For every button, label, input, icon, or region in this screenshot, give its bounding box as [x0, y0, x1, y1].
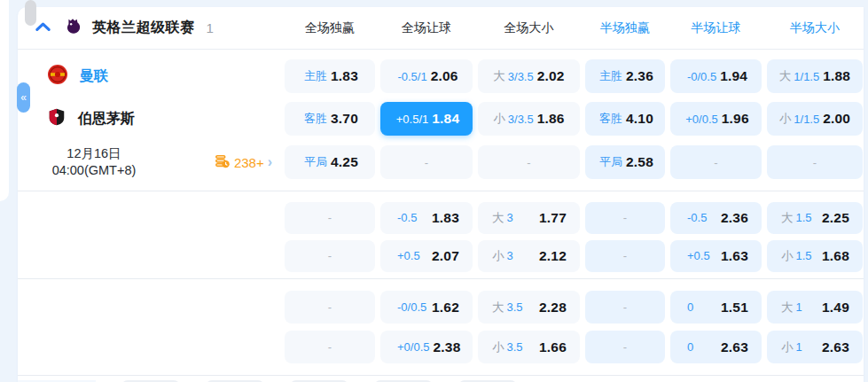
odds-prefix: 大 — [781, 300, 794, 316]
more-markets-count: 238+ — [234, 155, 264, 170]
odds-cell-selected[interactable]: +0.5/11.84 — [380, 102, 473, 136]
odds-label: +0/0.5 — [685, 113, 718, 126]
odds-cell[interactable]: 小12.63 — [767, 331, 863, 363]
odds-label: 客胜 — [599, 111, 622, 127]
odds-cell-empty: - — [585, 331, 665, 363]
odds-label: 1/1.5 — [794, 113, 819, 126]
alt-lines-section-1: - -0.51.83 大31.77 - -0.52.36 大1.52.25 - … — [18, 191, 864, 275]
league-match-count: 1 — [207, 20, 214, 35]
odds-cell[interactable]: +0.52.07 — [380, 240, 473, 272]
chevron-up-icon — [35, 21, 51, 35]
odds-cell[interactable]: -0.52.36 — [670, 202, 762, 234]
odds-cell[interactable]: 01.51 — [670, 291, 762, 324]
odds-cell[interactable]: +0/0.51.96 — [670, 102, 762, 136]
sidebar-collapse-tab[interactable]: « — [17, 82, 30, 113]
odds-value: 2.36 — [626, 68, 653, 84]
odds-cell[interactable]: +0.51.63 — [670, 240, 762, 272]
odds-cell[interactable]: 大11.49 — [767, 291, 863, 324]
odds-value: 1.94 — [720, 68, 747, 84]
odds-value: 1.83 — [331, 68, 358, 84]
odds-label: 客胜 — [304, 111, 327, 127]
match-date: 12月16日 — [27, 145, 161, 162]
odds-cell[interactable]: 02.63 — [670, 331, 762, 363]
odds-cell[interactable]: +0/0.52.38 — [380, 331, 473, 363]
odds-label: 主胜 — [304, 68, 327, 84]
odds-value: 2.58 — [626, 154, 653, 170]
away-team[interactable]: 伯恩茅斯 — [18, 106, 279, 131]
odds-value: 2.02 — [537, 68, 565, 84]
odds-value: 1.88 — [823, 68, 850, 84]
odds-label: 平局 — [304, 154, 327, 170]
alt-line-row: - +0.52.07 小32.12 - +0.51.63 小1.51.68 — [18, 237, 864, 275]
odds-prefix: 大 — [781, 210, 794, 226]
odds-value: 2.07 — [432, 248, 459, 264]
odds-cell-empty: - — [285, 240, 375, 272]
odds-cell[interactable]: 主胜1.83 — [285, 59, 375, 93]
odds-label: 1.5 — [796, 211, 812, 224]
odds-label: +0.5 — [687, 249, 710, 262]
odds-value: 2.28 — [539, 300, 567, 316]
odds-cell[interactable]: 大31.77 — [478, 202, 580, 234]
away-team-row: 伯恩茅斯 客胜3.70 +0.5/11.84 小3/3.51.86 客胜4.10… — [18, 97, 864, 140]
odds-cell[interactable]: -0/0.51.94 — [670, 59, 762, 93]
no-odds-dash: - — [623, 300, 627, 314]
column-header-fulltime-overunder: 全场大小 — [478, 20, 580, 36]
draw-row: 12月16日 04:00(GMT+8) 238+ › — [18, 140, 864, 184]
odds-cell[interactable]: 主胜2.36 — [585, 59, 665, 93]
odds-value: 1.63 — [721, 248, 748, 264]
odds-label: 1 — [796, 340, 802, 354]
odds-label: 1/1.5 — [794, 70, 819, 83]
odds-cell[interactable]: 大1.52.25 — [767, 202, 863, 234]
odds-cell-empty: - — [585, 291, 665, 324]
odds-prefix: 大 — [492, 300, 504, 316]
odds-cell[interactable]: 平局4.25 — [285, 145, 375, 179]
odds-value: 3.70 — [331, 111, 358, 127]
scrollbar-thumb[interactable] — [25, 0, 36, 26]
odds-label: 0 — [687, 300, 693, 314]
odds-cell-empty: - — [767, 145, 863, 179]
home-team-row: 曼联 主胜1.83 -0.5/12.06 大3/3.52.02 主胜2.36 -… — [18, 55, 864, 97]
odds-value: 1.83 — [432, 210, 459, 226]
odds-value: 2.36 — [721, 210, 748, 226]
odds-cell-empty: - — [670, 145, 762, 179]
alt-line-row: - -0.51.83 大31.77 - -0.52.36 大1.52.25 — [18, 199, 864, 237]
odds-cell[interactable]: 平局2.58 — [585, 145, 665, 179]
away-team-name: 伯恩茅斯 — [78, 110, 135, 129]
column-header-halftime-handicap: 半场让球 — [670, 20, 762, 36]
odds-cell[interactable]: -0.51.83 — [380, 202, 473, 234]
odds-cell[interactable]: 小3.51.66 — [478, 331, 580, 363]
odds-cell[interactable]: 小3/3.51.86 — [478, 102, 580, 136]
odds-cell[interactable]: 小1.51.68 — [767, 240, 863, 272]
odds-value: 1.84 — [432, 111, 459, 127]
odds-prefix: 小 — [493, 111, 505, 127]
odds-cell[interactable]: 客胜3.70 — [285, 102, 375, 136]
no-odds-dash: - — [623, 249, 627, 262]
odds-cell-empty: - — [478, 145, 580, 179]
odds-cell[interactable]: 小1/1.52.00 — [767, 102, 863, 136]
odds-prefix: 小 — [781, 339, 794, 355]
column-header-fulltime-handicap: 全场让球 — [380, 20, 473, 36]
bournemouth-crest-icon — [47, 106, 66, 131]
odds-cell-empty: - — [285, 291, 375, 324]
odds-cell[interactable]: -0/0.51.62 — [380, 291, 473, 324]
premier-league-logo-icon — [63, 16, 82, 41]
odds-value: 1.86 — [537, 111, 565, 127]
odds-label: 3/3.5 — [508, 70, 534, 83]
more-markets-button[interactable]: 238+ › — [209, 152, 278, 173]
no-odds-dash: - — [425, 156, 428, 169]
no-odds-dash: - — [527, 156, 530, 169]
home-team[interactable]: 曼联 — [18, 64, 279, 89]
odds-value: 1.62 — [432, 300, 459, 316]
odds-value: 2.12 — [539, 248, 567, 264]
odds-cell[interactable]: 大1/1.51.88 — [767, 59, 863, 93]
odds-cell[interactable]: 客胜4.10 — [585, 102, 665, 136]
odds-cell[interactable]: 小32.12 — [478, 240, 580, 272]
match-datetime: 12月16日 04:00(GMT+8) — [27, 145, 161, 179]
odds-label: -0/0.5 — [687, 70, 716, 83]
odds-cell[interactable]: -0.5/12.06 — [380, 59, 473, 93]
odds-cell[interactable]: 大3.52.28 — [478, 291, 580, 324]
odds-cell[interactable]: 大3/3.52.02 — [478, 59, 580, 93]
odds-prefix: 大 — [779, 68, 792, 84]
no-odds-dash: - — [328, 340, 332, 354]
odds-label: +0.5 — [397, 249, 420, 262]
